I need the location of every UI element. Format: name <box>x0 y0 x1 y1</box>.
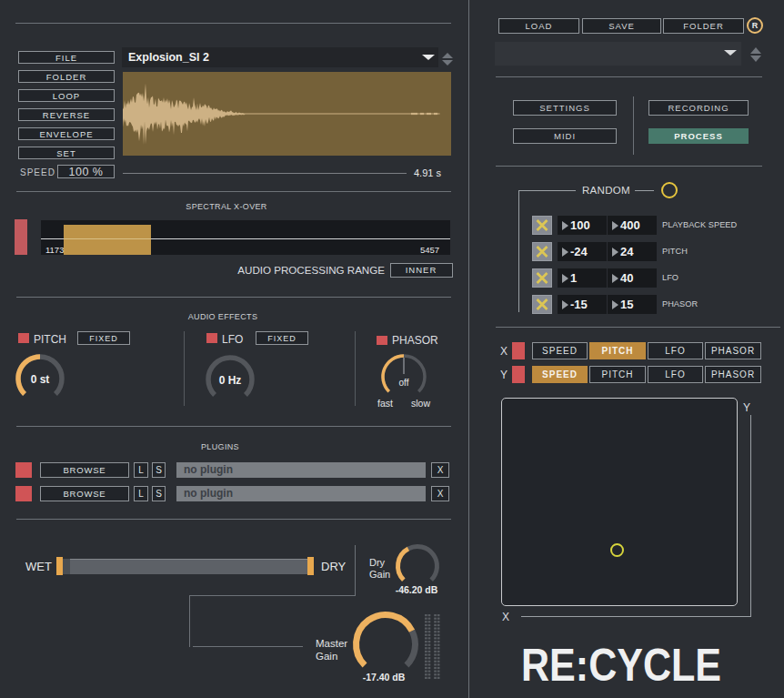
svg-text:off: off <box>399 378 409 388</box>
svg-text:0 st: 0 st <box>31 373 50 386</box>
svg-text:0 Hz: 0 Hz <box>219 374 242 387</box>
